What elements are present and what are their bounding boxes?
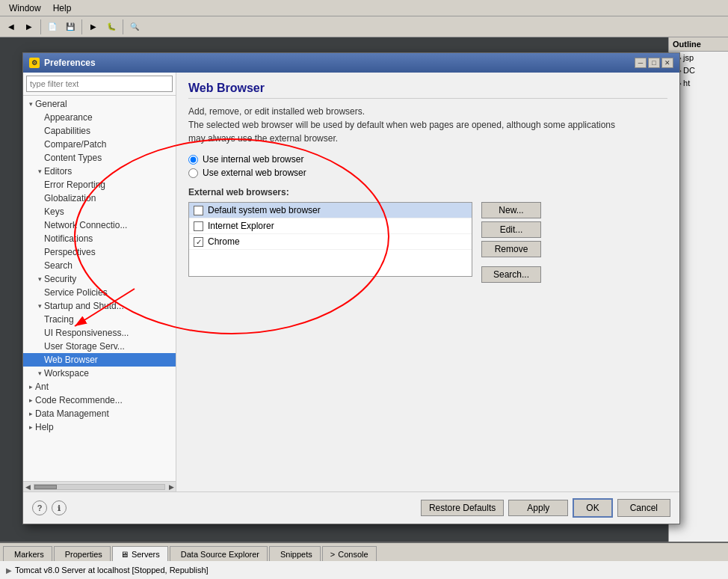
tree-item[interactable]: Help	[23, 420, 176, 434]
tree-item[interactable]: Content Types	[23, 151, 176, 165]
edit-button[interactable]: Edit...	[481, 221, 541, 238]
tree-item[interactable]: Web Browser	[23, 353, 176, 367]
browser-item-1[interactable]: Internet Explorer	[189, 218, 472, 234]
filter-input[interactable]	[26, 76, 173, 92]
help-icon[interactable]: ?	[32, 500, 47, 515]
tree-expand-arrow[interactable]	[35, 275, 44, 284]
tree-item[interactable]: Keys	[23, 205, 176, 218]
browser-action-buttons: New... Edit... Remove Search...	[481, 202, 541, 283]
tree-scrollbar-horizontal[interactable]: ◀ ▶	[23, 481, 176, 491]
maximize-button[interactable]: □	[648, 58, 660, 68]
tree-expand-arrow[interactable]	[35, 301, 44, 310]
tree-item[interactable]: Startup and Shutd...	[23, 299, 176, 313]
tree-item[interactable]: Notifications	[23, 232, 176, 245]
tree-item[interactable]: Compare/Patch	[23, 138, 176, 151]
tree-leaf-spacer	[35, 194, 44, 203]
dialog-title-text: Preferences	[44, 58, 96, 68]
external-browsers-label: External web browsers:	[188, 187, 667, 197]
radio-internal[interactable]: Use internal web browser	[188, 154, 667, 165]
toolbar-btn-search[interactable]: 🔍	[126, 19, 143, 35]
tree-content: GeneralAppearanceCapabilitiesCompare/Pat…	[23, 96, 176, 481]
tree-leaf-spacer	[35, 153, 44, 162]
toolbar-btn-run[interactable]: ▶	[85, 19, 102, 35]
remove-button[interactable]: Remove	[481, 241, 541, 257]
ok-button[interactable]: OK	[573, 498, 612, 518]
apply-button[interactable]: Apply	[508, 500, 568, 516]
radio-group: Use internal web browser Use external we…	[188, 154, 667, 178]
tree-item[interactable]: Data Management	[23, 407, 176, 420]
tree-item[interactable]: Ant	[23, 380, 176, 393]
scroll-track[interactable]	[34, 484, 165, 490]
content-panel: Web Browser Add, remove, or edit install…	[176, 73, 679, 491]
titlebar-controls: ─ □ ✕	[635, 58, 673, 68]
search-button[interactable]: Search...	[481, 266, 541, 283]
tree-item[interactable]: UI Responsiveness...	[23, 326, 176, 340]
tree-item[interactable]: Appearance	[23, 111, 176, 124]
tree-expand-arrow[interactable]	[35, 167, 44, 176]
tree-item-label: Search	[44, 260, 73, 271]
description-text: Add, remove, or edit installed web brows…	[188, 105, 667, 145]
tree-collapse-arrow[interactable]	[26, 382, 35, 391]
tree-expand-arrow[interactable]	[35, 369, 44, 378]
tree-collapse-arrow[interactable]	[26, 409, 35, 418]
tree-collapse-arrow[interactable]	[26, 423, 35, 432]
tree-item-label: Compare/Patch	[44, 139, 106, 150]
tree-item[interactable]: Service Policies	[23, 286, 176, 299]
tree-item-label: Code Recommende...	[35, 395, 123, 405]
tree-expand-arrow[interactable]	[26, 99, 35, 108]
toolbar-btn-new[interactable]: 📄	[44, 19, 61, 35]
bottom-tab-console[interactable]: > Console	[322, 546, 377, 561]
menu-window[interactable]: Window	[3, 1, 47, 15]
radio-external[interactable]: Use external web browser	[188, 168, 667, 178]
tree-item[interactable]: Workspace	[23, 367, 176, 380]
menu-help[interactable]: Help	[47, 1, 78, 15]
radio-external-label: Use external web browser	[203, 168, 306, 178]
tree-item-label: Globalization	[44, 193, 96, 203]
tree-item[interactable]: Perspectives	[23, 245, 176, 259]
tab-label: Markers	[14, 550, 44, 559]
browser-checkbox-1[interactable]	[194, 221, 203, 231]
bottom-content: ▶ Tomcat v8.0 Server at localhost [Stopp…	[0, 561, 728, 579]
radio-external-input[interactable]	[188, 168, 198, 178]
info-icon[interactable]: ℹ	[52, 500, 67, 515]
browser-item-2[interactable]: Chrome	[189, 234, 472, 250]
tree-item[interactable]: Security	[23, 272, 176, 286]
tree-item[interactable]: User Storage Serv...	[23, 340, 176, 353]
bottom-tab-properties[interactable]: Properties	[54, 546, 111, 561]
bottom-tab-markers[interactable]: Markers	[3, 546, 52, 561]
toolbar-btn-save[interactable]: 💾	[62, 19, 78, 35]
filter-box	[23, 73, 176, 96]
tree-item[interactable]: Capabilities	[23, 124, 176, 138]
tree-item[interactable]: General	[23, 97, 176, 111]
browser-checkbox-0[interactable]	[194, 206, 203, 215]
minimize-button[interactable]: ─	[635, 58, 647, 68]
tree-item-label: Web Browser	[44, 355, 98, 365]
new-button[interactable]: New...	[481, 202, 541, 218]
tree-leaf-spacer	[35, 248, 44, 257]
tree-item[interactable]: Globalization	[23, 192, 176, 205]
bottom-tab-snippets[interactable]: Snippets	[269, 546, 321, 561]
close-button[interactable]: ✕	[661, 58, 673, 68]
dialog-titlebar: ⚙ Preferences ─ □ ✕	[23, 53, 679, 73]
tree-item[interactable]: Search	[23, 259, 176, 272]
tree-item[interactable]: Error Reporting	[23, 178, 176, 192]
tree-item-label: Ant	[35, 382, 49, 392]
bottom-tab-servers[interactable]: 🖥 Servers	[112, 546, 168, 561]
toolbar-btn-back[interactable]: ◀	[3, 19, 19, 35]
tree-collapse-arrow[interactable]	[26, 396, 35, 405]
cancel-button[interactable]: Cancel	[617, 499, 670, 517]
browser-item-0[interactable]: Default system web browser	[189, 203, 472, 218]
restore-defaults-button[interactable]: Restore Defaults	[421, 500, 504, 516]
toolbar-btn-fwd[interactable]: ▶	[21, 19, 37, 35]
scroll-thumb[interactable]	[34, 485, 57, 489]
toolbar-btn-debug[interactable]: 🐛	[103, 19, 120, 35]
tree-item[interactable]: Editors	[23, 165, 176, 178]
tree-item[interactable]: Code Recommende...	[23, 393, 176, 407]
server-item: ▶ Tomcat v8.0 Server at localhost [Stopp…	[6, 566, 209, 575]
tree-item[interactable]: Network Connectio...	[23, 218, 176, 232]
tree-leaf-spacer	[35, 140, 44, 149]
browser-checkbox-2[interactable]	[194, 237, 203, 247]
radio-internal-input[interactable]	[188, 155, 198, 165]
bottom-tab-data-source-explorer[interactable]: Data Source Explorer	[170, 546, 268, 561]
tree-item[interactable]: Tracing	[23, 313, 176, 326]
